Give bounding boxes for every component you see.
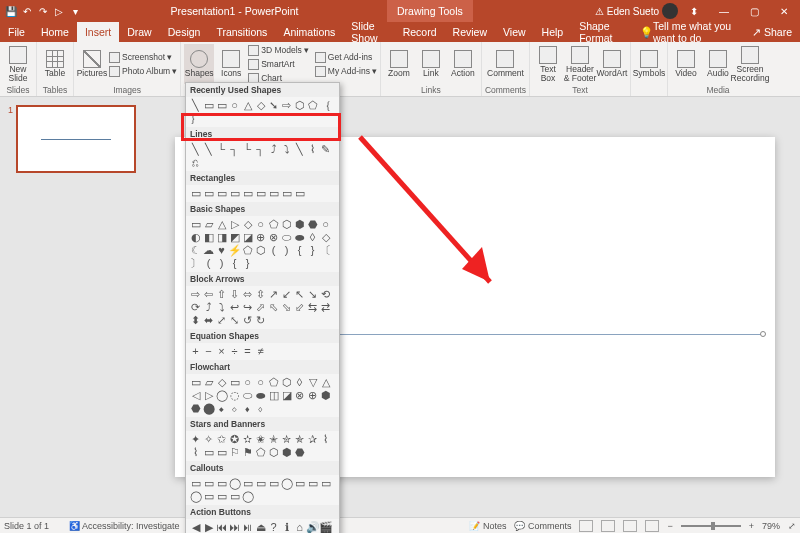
shape-recent-0[interactable]: ╲ [189, 99, 202, 112]
ribbon-display-options-icon[interactable]: ⬍ [680, 0, 708, 22]
tab-help[interactable]: Help [534, 22, 572, 42]
action-button[interactable]: Action [448, 44, 478, 84]
user-account[interactable]: ⚠ Eden Sueto [595, 3, 678, 19]
save-icon[interactable]: 💾 [4, 4, 18, 18]
shape-basic-5[interactable]: ○ [254, 218, 267, 231]
shape-flow-27[interactable]: ⬨ [254, 402, 267, 415]
smartart-button[interactable]: SmartArt [248, 58, 309, 71]
shape-eq-1[interactable]: − [202, 345, 215, 358]
shape-basic-36[interactable]: { [228, 257, 241, 270]
shape-star-17[interactable]: ⬡ [267, 446, 280, 459]
link-button[interactable]: Link [416, 44, 446, 84]
shape-star-12[interactable]: ▭ [202, 446, 215, 459]
shape-callout-1[interactable]: ▭ [202, 477, 215, 490]
line-shape[interactable] [325, 334, 763, 335]
shape-star-7[interactable]: ✮ [280, 433, 293, 446]
shape-recent-9[interactable]: ⬠ [306, 99, 319, 112]
fit-to-window-icon[interactable]: ⤢ [788, 521, 796, 531]
shape-arrow-15[interactable]: ↪ [241, 301, 254, 314]
get-addins-button[interactable]: Get Add-ins [315, 51, 377, 64]
shape-rect-1[interactable]: ▭ [202, 187, 215, 200]
zoom-button[interactable]: Zoom [384, 44, 414, 84]
shape-flow-1[interactable]: ▱ [202, 376, 215, 389]
shape-callout-2[interactable]: ▭ [215, 477, 228, 490]
shape-basic-6[interactable]: ⬠ [267, 218, 280, 231]
accessibility-checker[interactable]: ♿ Accessibility: Investigate [69, 521, 180, 531]
share-button[interactable]: ↗ Share [744, 22, 800, 42]
shape-callout-9[interactable]: ▭ [306, 477, 319, 490]
shape-star-14[interactable]: ⚐ [228, 446, 241, 459]
3d-models-button[interactable]: 3D Models▾ [248, 44, 309, 57]
new-slide-button[interactable]: New Slide [3, 44, 33, 84]
shape-arrow-17[interactable]: ⬁ [267, 301, 280, 314]
shape-basic-18[interactable]: ⬭ [280, 231, 293, 244]
shape-flow-4[interactable]: ○ [241, 376, 254, 389]
tell-me[interactable]: 💡 Tell me what you want to do [632, 22, 744, 42]
tab-record[interactable]: Record [395, 22, 445, 42]
shape-callout-4[interactable]: ▭ [241, 477, 254, 490]
shape-flow-3[interactable]: ▭ [228, 376, 241, 389]
shape-star-4[interactable]: ✫ [241, 433, 254, 446]
shape-star-3[interactable]: ✪ [228, 433, 241, 446]
shape-action-6[interactable]: ? [267, 521, 280, 533]
shape-line-5[interactable]: ┐ [254, 143, 267, 156]
shape-basic-4[interactable]: ◇ [241, 218, 254, 231]
shape-line-7[interactable]: ⤵ [280, 143, 293, 156]
shape-callout-3[interactable]: ◯ [228, 477, 241, 490]
shape-arrow-7[interactable]: ↙ [280, 288, 293, 301]
shape-star-5[interactable]: ✬ [254, 433, 267, 446]
shape-action-9[interactable]: 🔊 [306, 521, 319, 533]
shape-action-5[interactable]: ⏏ [254, 521, 267, 533]
shape-star-18[interactable]: ⬢ [280, 446, 293, 459]
redo-icon[interactable]: ↷ [36, 4, 50, 18]
shape-flow-26[interactable]: ⬧ [241, 402, 254, 415]
shape-basic-23[interactable]: ☁ [202, 244, 215, 257]
shape-flow-20[interactable]: ⊕ [306, 389, 319, 402]
shape-arrow-2[interactable]: ⇧ [215, 288, 228, 301]
shape-star-19[interactable]: ⬣ [293, 446, 306, 459]
shape-basic-14[interactable]: ◩ [228, 231, 241, 244]
shape-star-13[interactable]: ▭ [215, 446, 228, 459]
slide-thumbnail-1[interactable] [16, 105, 136, 173]
shape-callout-14[interactable]: ▭ [228, 490, 241, 503]
shape-basic-9[interactable]: ⬣ [306, 218, 319, 231]
shape-flow-2[interactable]: ◇ [215, 376, 228, 389]
shape-recent-2[interactable]: ▭ [215, 99, 228, 112]
shape-line-10[interactable]: ✎ [319, 143, 332, 156]
shape-basic-16[interactable]: ⊕ [254, 231, 267, 244]
shape-flow-16[interactable]: ⬬ [254, 389, 267, 402]
shape-arrow-1[interactable]: ⇦ [202, 288, 215, 301]
tab-home[interactable]: Home [33, 22, 77, 42]
screen-recording-button[interactable]: Screen Recording [735, 44, 765, 84]
shape-action-8[interactable]: ⌂ [293, 521, 306, 533]
shape-basic-2[interactable]: △ [215, 218, 228, 231]
shape-star-11[interactable]: ⌇ [189, 446, 202, 459]
shape-basic-30[interactable]: { [293, 244, 306, 257]
shape-arrow-5[interactable]: ⇳ [254, 288, 267, 301]
shape-arrow-3[interactable]: ⇩ [228, 288, 241, 301]
shape-callout-12[interactable]: ▭ [202, 490, 215, 503]
shape-arrow-20[interactable]: ⇆ [306, 301, 319, 314]
shape-action-2[interactable]: ⏮ [215, 521, 228, 533]
shape-line-6[interactable]: ⤴ [267, 143, 280, 156]
shapes-button[interactable]: Shapes [184, 44, 214, 84]
shape-recent-11[interactable]: ｝ [189, 112, 202, 125]
shape-line-3[interactable]: ┐ [228, 143, 241, 156]
shape-flow-23[interactable]: ⬤ [202, 402, 215, 415]
shape-arrow-6[interactable]: ↗ [267, 288, 280, 301]
tab-insert[interactable]: Insert [77, 22, 119, 42]
shape-arrow-9[interactable]: ↘ [306, 288, 319, 301]
shape-arrow-14[interactable]: ↩ [228, 301, 241, 314]
tab-design[interactable]: Design [160, 22, 209, 42]
shape-arrow-16[interactable]: ⬀ [254, 301, 267, 314]
notes-button[interactable]: 📝 Notes [469, 521, 506, 531]
shape-basic-33[interactable]: 〕 [189, 257, 202, 270]
shape-recent-8[interactable]: ⬡ [293, 99, 306, 112]
shape-basic-11[interactable]: ◐ [189, 231, 202, 244]
shape-arrow-10[interactable]: ⟲ [319, 288, 332, 301]
tab-transitions[interactable]: Transitions [208, 22, 275, 42]
shape-callout-15[interactable]: ◯ [241, 490, 254, 503]
shape-flow-18[interactable]: ◪ [280, 389, 293, 402]
shape-basic-37[interactable]: } [241, 257, 254, 270]
shape-flow-12[interactable]: ▷ [202, 389, 215, 402]
